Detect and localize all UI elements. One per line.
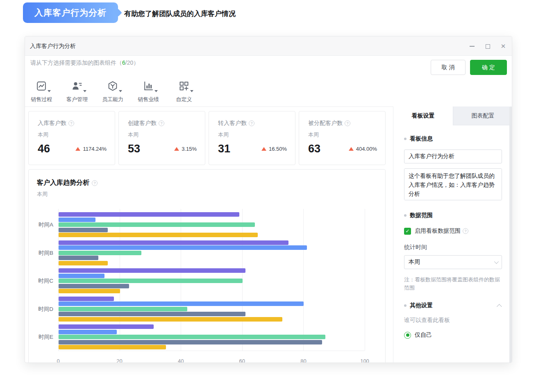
board-info-heading: 看板信息 xyxy=(410,135,433,143)
gridline xyxy=(365,209,365,351)
board-desc-textarea[interactable]: 这个看板有助于您了解团队成员的入库客户情况，如：入库客户趋势分析 xyxy=(404,168,502,200)
stat-card[interactable]: 被分配客户数?本周63404.00% xyxy=(299,111,386,165)
bullet-icon xyxy=(404,304,407,307)
only-me-radio[interactable] xyxy=(404,332,411,339)
component-picker-hint: 请从下方选择需要添加的图表组件（6/20） xyxy=(30,59,139,67)
custom-icon xyxy=(178,79,190,93)
bar-series-green[interactable] xyxy=(59,222,255,227)
stat-card-value: 63 xyxy=(308,143,320,155)
toolbar-item-label: 员工能力 xyxy=(102,96,123,103)
enable-scope-text: 启用看板数据范围 xyxy=(415,227,461,235)
time-select[interactable]: 本周 xyxy=(404,255,502,269)
bar-series-blue[interactable] xyxy=(59,274,104,278)
stat-card[interactable]: 转入客户数?本周3116.50% xyxy=(209,111,295,165)
stat-card-period: 本周 xyxy=(308,131,377,138)
bar-series-purple[interactable] xyxy=(59,240,288,245)
confirm-button[interactable]: 确 定 xyxy=(470,60,507,75)
stat-card-period: 本周 xyxy=(128,131,197,138)
data-scope-heading: 数据范围 xyxy=(410,212,433,219)
titlebar: 入库客户行为分析 ✕ xyxy=(25,36,512,56)
bar-series-green[interactable] xyxy=(59,335,325,339)
stat-card[interactable]: 入库客户数?本周461174.24% xyxy=(28,111,115,165)
tab-board-settings[interactable]: 看板设置 xyxy=(393,106,453,125)
scope-note: 注：看板数据范围将覆盖图表组件的数据范围 xyxy=(404,276,502,292)
caret-down-icon xyxy=(48,90,51,92)
sidebar-scrollbar[interactable] xyxy=(509,106,512,363)
time-select-value: 本周 xyxy=(409,258,420,266)
customer-management-icon xyxy=(71,79,83,93)
stat-card-delta: 16.50% xyxy=(269,146,287,152)
bar-series-slate[interactable] xyxy=(59,340,322,344)
close-icon[interactable]: ✕ xyxy=(500,43,506,49)
toolbar-item-custom[interactable]: 自定义 xyxy=(172,79,196,103)
bar-series-purple[interactable] xyxy=(59,297,114,301)
other-settings-heading: 其他设置 xyxy=(410,302,433,309)
enable-scope-checkbox[interactable]: ✓ xyxy=(404,228,411,235)
delta-up-icon xyxy=(349,147,354,151)
stat-card-value: 31 xyxy=(218,143,230,155)
axis-tick-label: 0 xyxy=(57,358,59,363)
bar-series-purple[interactable] xyxy=(59,212,239,217)
sidebar-body: 看板信息 这个看板有助于您了解团队成员的入库客户情况，如：入库客户趋势分析 数据… xyxy=(393,135,512,339)
enable-scope-label: 启用看板数据范围 ? xyxy=(415,227,468,235)
stat-card-period: 本周 xyxy=(218,131,287,138)
sidebar-tabs: 看板设置图表配置 xyxy=(393,106,512,125)
window-controls: ✕ xyxy=(469,36,506,56)
bar-series-green[interactable] xyxy=(59,279,243,283)
time-label: 统计时间 xyxy=(404,244,502,251)
stat-card[interactable]: 创建客户数?本周533.15% xyxy=(118,111,205,165)
axis-tick-label: 80 xyxy=(300,358,306,363)
bar-series-purple[interactable] xyxy=(59,324,154,329)
axis-tick-label: 20 xyxy=(116,358,122,363)
bar-series-green[interactable] xyxy=(59,307,187,311)
gridline xyxy=(303,209,304,351)
stat-card-title: 入库客户数 xyxy=(38,120,66,127)
help-icon: ? xyxy=(463,228,468,234)
bar-series-purple[interactable] xyxy=(59,268,245,273)
bar-series-yellow[interactable] xyxy=(59,317,282,322)
board-name-input[interactable] xyxy=(404,150,502,163)
chevron-up-icon[interactable] xyxy=(497,304,502,309)
bar-series-slate[interactable] xyxy=(59,284,129,288)
chart-card[interactable]: 客户入库趋势分析 ? 本周 020406080100时间A时间B时间C时间D时间… xyxy=(28,169,386,363)
bar-series-blue[interactable] xyxy=(59,301,304,306)
section-data-scope: 数据范围 xyxy=(404,212,502,219)
x-axis-line xyxy=(58,351,365,351)
bar-series-slate[interactable] xyxy=(59,312,245,316)
bar-series-green[interactable] xyxy=(59,251,141,255)
component-toolbar: 销售过程客户管理员工能力销售业绩自定义 xyxy=(29,79,207,103)
toolbar-item-sales-process[interactable]: 销售过程 xyxy=(29,79,54,103)
minimize-icon[interactable] xyxy=(469,43,475,49)
sales-process-icon xyxy=(36,79,47,93)
axis-tick-label: 40 xyxy=(178,358,184,363)
cancel-button[interactable]: 取 消 xyxy=(431,60,466,75)
bar-series-yellow[interactable] xyxy=(59,345,166,349)
stat-cards-row: 入库客户数?本周461174.24%创建客户数?本周533.15%转入客户数?本… xyxy=(28,111,386,165)
caret-down-icon xyxy=(190,90,193,92)
chevron-down-icon xyxy=(494,259,499,264)
bar-series-blue[interactable] xyxy=(59,245,307,250)
tab-chart-config[interactable]: 图表配置 xyxy=(453,106,512,125)
bar-series-slate[interactable] xyxy=(59,228,108,232)
bar-series-yellow[interactable] xyxy=(59,289,120,293)
toolbar-separator xyxy=(25,106,393,107)
page: 入库客户行为分析 有助您了解团队成员的入库客户情况 入库客户行为分析 ✕ 请从下… xyxy=(0,0,536,392)
toolbar-item-sales-performance[interactable]: 销售业绩 xyxy=(136,79,161,103)
toolbar-item-employee-ability[interactable]: 员工能力 xyxy=(100,79,125,103)
stat-card-delta: 1174.24% xyxy=(83,146,107,152)
toolbar-item-customer-management[interactable]: 客户管理 xyxy=(65,79,89,103)
stat-card-title: 被分配客户数 xyxy=(308,120,343,127)
category-label: 时间E xyxy=(29,333,53,341)
bar-series-blue[interactable] xyxy=(59,330,117,334)
only-me-label: 仅自己 xyxy=(415,331,432,339)
bar-chart-plot: 020406080100时间A时间B时间C时间D时间E xyxy=(29,170,385,363)
bar-series-blue[interactable] xyxy=(59,218,95,222)
page-badge-label: 入库客户行为分析 xyxy=(34,7,107,18)
maximize-icon[interactable] xyxy=(485,43,491,49)
toolbar-item-label: 销售过程 xyxy=(31,96,52,103)
bar-series-yellow[interactable] xyxy=(59,233,258,237)
window-title: 入库客户行为分析 xyxy=(30,36,76,56)
bar-series-yellow[interactable] xyxy=(59,261,108,265)
toolbar-item-label: 销售业绩 xyxy=(138,96,159,103)
bar-series-slate[interactable] xyxy=(59,256,98,260)
